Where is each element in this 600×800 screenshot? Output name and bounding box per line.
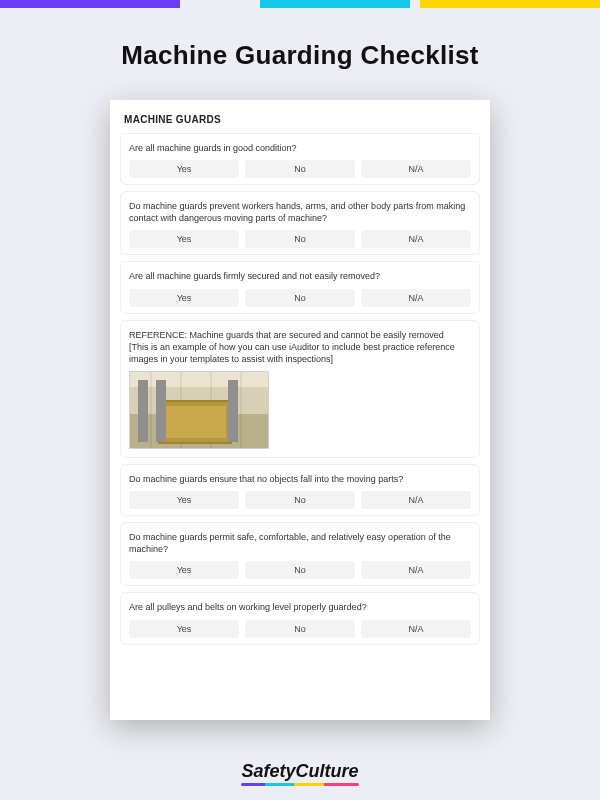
- option-na[interactable]: N/A: [361, 230, 471, 248]
- brand-name: SafetyCulture: [241, 761, 358, 782]
- option-yes[interactable]: Yes: [129, 160, 239, 178]
- question-text: Do machine guards permit safe, comfortab…: [129, 531, 471, 555]
- checklist-card: MACHINE GUARDS Are all machine guards in…: [110, 100, 490, 720]
- option-no[interactable]: No: [245, 561, 355, 579]
- option-yes[interactable]: Yes: [129, 491, 239, 509]
- question-text: Are all pulleys and belts on working lev…: [129, 601, 471, 613]
- question-text: Do machine guards prevent workers hands,…: [129, 200, 471, 224]
- option-row: Yes No N/A: [129, 561, 471, 579]
- question-block: Do machine guards prevent workers hands,…: [120, 191, 480, 255]
- section-title: MACHINE GUARDS: [120, 110, 480, 133]
- stripe-gap: [410, 0, 420, 8]
- stripe-purple: [0, 0, 180, 8]
- question-block: Are all pulleys and belts on working lev…: [120, 592, 480, 644]
- reference-line2: [This is an example of how you can use i…: [129, 342, 455, 364]
- option-row: Yes No N/A: [129, 289, 471, 307]
- option-yes[interactable]: Yes: [129, 620, 239, 638]
- option-na[interactable]: N/A: [361, 561, 471, 579]
- option-row: Yes No N/A: [129, 230, 471, 248]
- question-block: Are all machine guards firmly secured an…: [120, 261, 480, 313]
- option-row: Yes No N/A: [129, 620, 471, 638]
- option-row: Yes No N/A: [129, 160, 471, 178]
- reference-image: [129, 371, 269, 449]
- option-no[interactable]: No: [245, 230, 355, 248]
- option-na[interactable]: N/A: [361, 160, 471, 178]
- question-block: Are all machine guards in good condition…: [120, 133, 480, 185]
- stripe-yellow: [420, 0, 600, 8]
- question-text: Are all machine guards firmly secured an…: [129, 270, 471, 282]
- option-na[interactable]: N/A: [361, 620, 471, 638]
- top-accent-stripe: [0, 0, 600, 8]
- option-yes[interactable]: Yes: [129, 561, 239, 579]
- option-no[interactable]: No: [245, 289, 355, 307]
- reference-block: REFERENCE: Machine guards that are secur…: [120, 320, 480, 458]
- question-text: Do machine guards ensure that no objects…: [129, 473, 471, 485]
- question-block: Do machine guards permit safe, comfortab…: [120, 522, 480, 586]
- option-no[interactable]: No: [245, 160, 355, 178]
- question-block: Do machine guards ensure that no objects…: [120, 464, 480, 516]
- stripe-cyan: [260, 0, 410, 8]
- option-na[interactable]: N/A: [361, 289, 471, 307]
- option-na[interactable]: N/A: [361, 491, 471, 509]
- reference-line1: REFERENCE: Machine guards that are secur…: [129, 330, 444, 340]
- option-yes[interactable]: Yes: [129, 289, 239, 307]
- stripe-gap: [180, 0, 260, 8]
- question-text: Are all machine guards in good condition…: [129, 142, 471, 154]
- option-no[interactable]: No: [245, 620, 355, 638]
- page-title: Machine Guarding Checklist: [0, 40, 600, 71]
- footer-logo: SafetyCulture: [0, 761, 600, 782]
- option-row: Yes No N/A: [129, 491, 471, 509]
- option-yes[interactable]: Yes: [129, 230, 239, 248]
- option-no[interactable]: No: [245, 491, 355, 509]
- reference-text: REFERENCE: Machine guards that are secur…: [129, 329, 471, 365]
